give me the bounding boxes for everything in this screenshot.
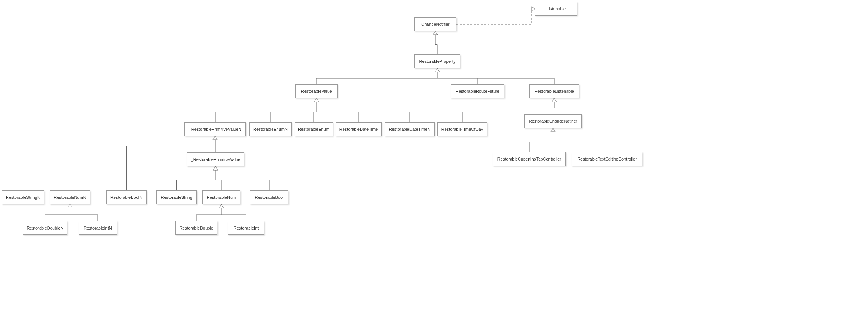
class-node-restorableProperty: RestorableProperty bbox=[414, 54, 460, 68]
class-label: RestorableNumN bbox=[54, 195, 86, 200]
class-label: RestorableCupertinoTabController bbox=[497, 157, 561, 161]
class-node-restorableDateTime: RestorableDateTime bbox=[336, 122, 382, 136]
svg-marker-0 bbox=[531, 7, 535, 11]
class-label: RestorableProperty bbox=[419, 59, 456, 64]
class-node-restorableRouteFuture: RestorableRouteFuture bbox=[451, 84, 504, 98]
uml-diagram-canvas: ListenableChangeNotifierRestorableProper… bbox=[0, 0, 868, 323]
class-label: RestorableInt bbox=[234, 226, 259, 230]
class-label: RestorableDoubleN bbox=[27, 226, 64, 230]
class-label: _RestorablePrimitiveValueN bbox=[189, 127, 242, 131]
class-label: RestorableDateTime bbox=[339, 127, 378, 131]
class-label: RestorableRouteFuture bbox=[456, 89, 499, 93]
class-node-restorableStringN: RestorableStringN bbox=[2, 190, 44, 204]
class-node-restorableEnumN: RestorableEnumN bbox=[249, 122, 292, 136]
class-label: _RestorablePrimitiveValue bbox=[191, 157, 240, 162]
class-label: RestorableEnum bbox=[298, 127, 329, 131]
class-label: RestorableTextEditingController bbox=[577, 157, 637, 161]
svg-marker-5 bbox=[435, 68, 440, 72]
svg-marker-31 bbox=[551, 128, 555, 132]
class-label: ChangeNotifier bbox=[421, 22, 449, 26]
edge-layer bbox=[0, 0, 868, 323]
class-node-restorableDoubleN: RestorableDoubleN bbox=[23, 221, 67, 235]
class-label: RestorableString bbox=[161, 195, 193, 200]
svg-marker-1 bbox=[433, 31, 438, 35]
class-node-restorableTextEditingController: RestorableTextEditingController bbox=[572, 152, 642, 166]
class-label: RestorableListenable bbox=[534, 89, 574, 93]
class-label: RestorableValue bbox=[301, 89, 332, 93]
class-node-restorableIntN: RestorableIntN bbox=[79, 221, 117, 235]
class-label: Listenable bbox=[547, 7, 566, 11]
class-label: RestorableDateTimeN bbox=[389, 127, 430, 131]
class-node-restorableInt: RestorableInt bbox=[228, 221, 264, 235]
svg-marker-42 bbox=[68, 204, 72, 208]
class-node-restorableListenable: RestorableListenable bbox=[529, 84, 579, 98]
class-node-restorableString: RestorableString bbox=[156, 190, 197, 204]
class-label: RestorableTimeOfDay bbox=[441, 127, 483, 131]
class-node-restorableNum: RestorableNum bbox=[202, 190, 240, 204]
svg-marker-47 bbox=[219, 204, 224, 208]
class-node-restorableTimeOfDay: RestorableTimeOfDay bbox=[437, 122, 487, 136]
class-label: RestorableNum bbox=[207, 195, 236, 200]
svg-marker-24 bbox=[213, 136, 217, 140]
svg-marker-11 bbox=[314, 98, 319, 102]
class-label: RestorableBool bbox=[255, 195, 283, 200]
svg-marker-36 bbox=[213, 166, 218, 170]
class-label: RestorableStringN bbox=[6, 195, 40, 200]
class-label: RestorableChangeNotifier bbox=[529, 119, 578, 123]
svg-marker-20 bbox=[552, 98, 557, 102]
class-node-restorableChangeNotifier: RestorableChangeNotifier bbox=[524, 114, 582, 128]
class-node-restorableBoolN: RestorableBoolN bbox=[106, 190, 147, 204]
class-node-restorableDateTimeN: RestorableDateTimeN bbox=[385, 122, 435, 136]
class-node-restorableDouble: RestorableDouble bbox=[175, 221, 217, 235]
class-node-restorableNumN: RestorableNumN bbox=[50, 190, 90, 204]
class-label: RestorableEnumN bbox=[253, 127, 288, 131]
class-node-listenable: Listenable bbox=[535, 2, 577, 16]
class-node-restorablePrimitiveValue: _RestorablePrimitiveValue bbox=[187, 152, 244, 166]
class-node-restorableValue: RestorableValue bbox=[295, 84, 338, 98]
class-node-restorableCupertinoTabController: RestorableCupertinoTabController bbox=[493, 152, 566, 166]
class-label: RestorableIntN bbox=[84, 226, 112, 230]
class-node-changeNotifier: ChangeNotifier bbox=[414, 17, 456, 31]
class-node-restorableBool: RestorableBool bbox=[250, 190, 288, 204]
class-label: RestorableBoolN bbox=[110, 195, 142, 200]
class-node-restorablePrimitiveValueN: _RestorablePrimitiveValueN bbox=[184, 122, 246, 136]
class-label: RestorableDouble bbox=[180, 226, 213, 230]
class-node-restorableEnum: RestorableEnum bbox=[295, 122, 333, 136]
